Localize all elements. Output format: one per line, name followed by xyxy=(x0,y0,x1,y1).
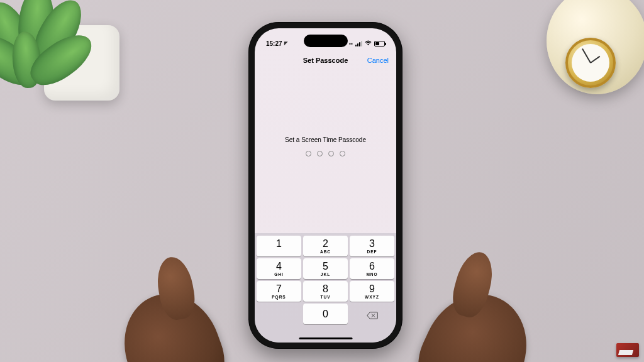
status-bar: 15:27 ◤ ▪▪ xyxy=(255,28,396,52)
key-number: 9 xyxy=(369,284,375,294)
key-letters xyxy=(278,250,280,254)
passcode-dot xyxy=(328,151,334,156)
key-1[interactable]: 1 xyxy=(257,236,301,256)
key-letters: MNO xyxy=(366,272,377,277)
key-delete[interactable] xyxy=(350,304,394,324)
key-number: 2 xyxy=(323,239,328,249)
phone-device: 15:27 ◤ ▪▪ Set Passcode Cancel Set a Scr… xyxy=(248,22,402,349)
status-time: 15:27 xyxy=(266,40,282,47)
key-number: 6 xyxy=(369,261,375,272)
key-letters: ABC xyxy=(320,250,331,254)
key-0[interactable]: 0 xyxy=(303,304,348,324)
channel-badge xyxy=(616,343,639,357)
key-3[interactable]: 3 DEF xyxy=(350,236,394,256)
passcode-prompt: Set a Screen Time Passcode xyxy=(255,136,396,143)
dual-sim-icon: ▪▪ xyxy=(349,41,353,47)
key-4[interactable]: 4 GHI xyxy=(257,258,301,279)
plant-decoration xyxy=(0,0,132,119)
numeric-keypad: 1 2 ABC 3 DEF 4 GHI 5 xyxy=(255,233,396,343)
wifi-icon xyxy=(365,40,372,47)
battery-icon xyxy=(374,41,385,47)
key-number: 0 xyxy=(323,309,328,319)
passcode-dot xyxy=(306,151,311,156)
key-number: 7 xyxy=(276,284,282,294)
key-letters: TUV xyxy=(321,295,331,299)
key-number: 8 xyxy=(323,284,328,294)
key-letters: WXYZ xyxy=(365,295,379,299)
key-letters: DEF xyxy=(367,250,377,254)
backspace-icon xyxy=(367,310,378,318)
key-letters: PQRS xyxy=(272,295,286,299)
key-5[interactable]: 5 JKL xyxy=(303,258,348,279)
key-number: 4 xyxy=(276,261,282,272)
location-icon: ◤ xyxy=(284,41,287,46)
home-indicator[interactable] xyxy=(299,337,352,340)
page-title: Set Passcode xyxy=(303,57,348,64)
cancel-button[interactable]: Cancel xyxy=(367,57,389,64)
key-9[interactable]: 9 WXYZ xyxy=(350,281,394,302)
hand-left xyxy=(109,280,237,362)
key-number: 1 xyxy=(276,239,282,249)
passcode-dots xyxy=(255,151,396,156)
key-number: 3 xyxy=(369,239,375,249)
key-6[interactable]: 6 MNO xyxy=(350,258,394,279)
key-8[interactable]: 8 TUV xyxy=(303,281,348,302)
nav-bar: Set Passcode Cancel xyxy=(255,52,396,69)
key-7[interactable]: 7 PQRS xyxy=(257,281,301,302)
key-number: 5 xyxy=(323,261,328,272)
phone-screen: 15:27 ◤ ▪▪ Set Passcode Cancel Set a Scr… xyxy=(255,28,396,343)
passcode-dot xyxy=(317,151,323,156)
clock-ornament xyxy=(537,0,644,113)
key-2[interactable]: 2 ABC xyxy=(303,236,348,256)
hand-right xyxy=(403,277,545,362)
key-blank xyxy=(257,304,301,324)
key-letters: GHI xyxy=(274,272,284,277)
signal-icon xyxy=(355,41,362,47)
passcode-dot xyxy=(340,151,345,156)
key-letters: JKL xyxy=(321,272,330,277)
